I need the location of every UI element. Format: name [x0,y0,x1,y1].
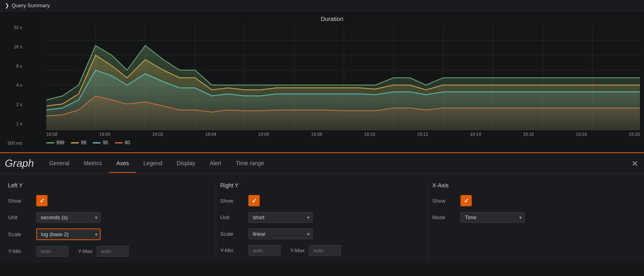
chart-legend: 999 99 95 80 [46,137,640,145]
left-y-scale-wrapper: log (base 2) linear log (base 10) [36,228,101,240]
x-axis-mode-label: Mode [432,214,456,220]
legend-item-99: 99 [71,140,86,145]
left-y-show-row: Show ✓ [8,195,196,206]
chevron-down-icon: ❯ [5,2,9,8]
tab-time-range[interactable]: Time range [229,154,271,173]
left-y-show-label: Show [8,198,32,204]
right-y-max-input[interactable] [309,245,341,256]
tab-alert[interactable]: Alert [202,154,229,173]
left-y-min-label: Y-Min [8,248,32,254]
divider-left-right [216,182,216,263]
right-y-max-label: Y-Max [285,247,305,253]
right-y-scale-label: Scale [220,231,244,237]
checkmark-icon: ✓ [39,197,45,205]
chart-area [46,25,640,130]
y-axis-labels: 32 s 16 s 8 s 4 s 2 s 1 s 500 ms [2,25,22,145]
checkmark-icon: ✓ [464,197,469,205]
chart-title: Duration [24,15,640,22]
legend-item-80: 80 [115,140,130,145]
divider-right-x [428,182,428,263]
query-summary-label: Query Summary [12,2,50,8]
x-axis-section: X-Axis Show ✓ Mode Time Series Histogram [432,182,636,263]
chart-container: Duration 32 s 16 s 8 s 4 s 2 s 1 s 500 m… [0,11,644,152]
left-y-scale-select[interactable]: log (base 2) linear log (base 10) [36,228,101,240]
right-y-scale-wrapper: linear log (base 2) log (base 10) [248,228,313,239]
left-y-unit-wrapper: seconds (s) milliseconds (ms) microsecon… [36,212,101,223]
panel-title: Graph [5,153,42,174]
right-y-min-label: Y-Min [220,247,244,253]
legend-label-80: 80 [125,140,130,145]
legend-color-80 [115,142,123,143]
x-axis-show-checkbox[interactable]: ✓ [460,195,472,206]
legend-label-999: 999 [56,140,64,145]
legend-color-999 [46,142,54,143]
query-summary-header[interactable]: ❯ Query Summary [0,0,644,11]
left-y-max-label: Y-Max [72,248,93,254]
right-y-scale-select[interactable]: linear log (base 2) log (base 10) [248,228,313,239]
right-y-show-row: Show ✓ [220,195,408,206]
tabs-list: General Metrics Axes Legend Display Aler… [42,154,271,172]
right-y-section: Right Y Show ✓ Unit short none seconds (… [220,182,424,263]
close-button[interactable]: ✕ [632,159,638,168]
x-axis-mode-select[interactable]: Time Series Histogram [460,212,525,223]
right-y-unit-wrapper: short none seconds (s) [248,212,313,223]
left-y-scale-label: Scale [8,231,32,237]
x-axis-show-row: Show ✓ [432,195,620,206]
right-y-scale-row: Scale linear log (base 2) log (base 10) [220,228,408,239]
left-y-minmax-row: Y-Min Y-Max [8,246,196,257]
checkmark-icon: ✓ [252,197,257,205]
left-y-show-checkbox[interactable]: ✓ [36,195,47,206]
right-y-unit-row: Unit short none seconds (s) [220,212,408,223]
legend-color-99 [71,142,79,143]
x-axis-title: X-Axis [432,182,620,189]
right-y-minmax-row: Y-Min Y-Max [220,245,408,256]
right-y-show-checkbox[interactable]: ✓ [248,195,260,206]
legend-item-95: 95 [93,140,108,145]
right-y-unit-label: Unit [220,214,244,220]
axes-content: Left Y Show ✓ Unit seconds (s) milliseco… [0,174,644,263]
left-y-min-input[interactable] [36,246,68,257]
x-axis-show-label: Show [432,198,456,204]
tab-display[interactable]: Display [169,154,202,173]
x-axis-mode-wrapper: Time Series Histogram [460,212,525,223]
tab-axes[interactable]: Axes [109,154,136,173]
left-y-max-input[interactable] [97,246,129,257]
panel-settings: Graph General Metrics Axes Legend Displa… [0,152,644,263]
legend-item-999: 999 [46,140,64,145]
left-y-unit-row: Unit seconds (s) milliseconds (ms) micro… [8,212,196,223]
left-y-unit-select[interactable]: seconds (s) milliseconds (ms) microsecon… [36,212,101,223]
left-y-scale-row: Scale log (base 2) linear log (base 10) [8,228,196,240]
left-y-section: Left Y Show ✓ Unit seconds (s) milliseco… [8,182,212,263]
tab-metrics[interactable]: Metrics [76,154,109,173]
panel-tabs-row: Graph General Metrics Axes Legend Displa… [0,153,644,174]
left-y-title: Left Y [8,182,196,189]
right-y-show-label: Show [220,198,244,204]
x-axis-labels: 18:58 19:00 19:02 19:04 19:06 19:08 19:1… [46,130,640,137]
left-y-unit-label: Unit [8,214,32,220]
tab-legend[interactable]: Legend [136,154,169,173]
legend-color-95 [93,142,101,143]
tab-general[interactable]: General [42,154,76,173]
right-y-min-input[interactable] [248,245,281,256]
x-axis-mode-row: Mode Time Series Histogram [432,212,620,223]
legend-label-99: 99 [81,140,86,145]
right-y-unit-select[interactable]: short none seconds (s) [248,212,313,223]
legend-label-95: 95 [103,140,108,145]
right-y-title: Right Y [220,182,408,189]
